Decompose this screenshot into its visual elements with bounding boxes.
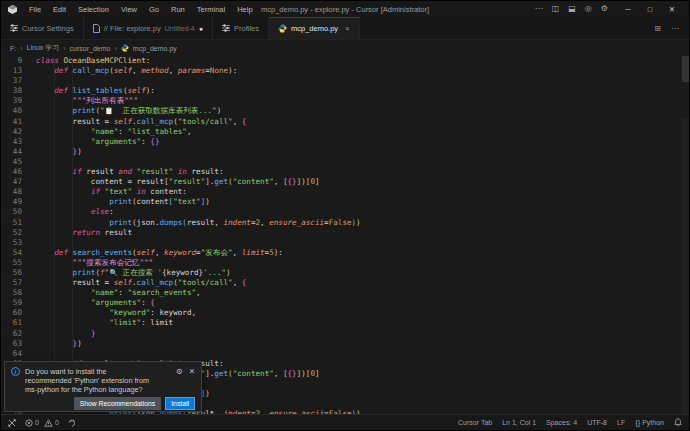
- breadcrumb-drive[interactable]: F:: [10, 45, 16, 52]
- editor-more-actions-icon[interactable]: ⋯: [671, 24, 679, 33]
- code-line: 38 def list_tables(self):: [1, 86, 689, 96]
- line-number: 39: [1, 96, 31, 106]
- tab-cursor-settings[interactable]: Cursor Settings: [1, 17, 84, 39]
- line-number: 9: [1, 56, 31, 66]
- line-number: 56: [1, 268, 31, 278]
- tab-close-icon[interactable]: ×: [345, 24, 349, 33]
- line-number: 52: [1, 228, 31, 238]
- code-line: 48 if "text" in content:: [1, 187, 689, 197]
- python-icon: [278, 24, 287, 33]
- overview-ruler: [682, 118, 689, 414]
- notification-close-icon[interactable]: ✕: [189, 367, 195, 376]
- code-line: 47 content = result["result"].get("conte…: [1, 177, 689, 187]
- line-number: 63: [1, 339, 31, 349]
- breadcrumb-folder[interactable]: cursor_demo: [70, 45, 111, 52]
- cursor-window: FileEditSelectionViewGoRunTerminalHelp m…: [0, 0, 690, 431]
- title-bar: FileEditSelectionViewGoRunTerminalHelp m…: [1, 1, 689, 17]
- menu-selection[interactable]: Selection: [73, 3, 114, 16]
- menu-bar: FileEditSelectionViewGoRunTerminalHelp: [24, 3, 258, 16]
- python-icon: [121, 44, 129, 52]
- code-line: 39 """列出所有表""": [1, 96, 689, 106]
- editor-scrollbar[interactable]: [682, 56, 689, 82]
- menu-terminal[interactable]: Terminal: [192, 3, 230, 16]
- line-number: 42: [1, 127, 31, 137]
- breadcrumb-file[interactable]: mcp_demo.py: [133, 45, 177, 52]
- code-line: 62 }: [1, 329, 689, 339]
- editor-pane[interactable]: 9class OceanBaseMCPClient:13 def call_mc…: [1, 56, 689, 414]
- line-number: 47: [1, 177, 31, 187]
- code-line: 60 "keyword": keyword,: [1, 308, 689, 318]
- minimize-button[interactable]: ─: [617, 5, 639, 14]
- line-number: 54: [1, 248, 31, 258]
- line-number: 55: [1, 258, 31, 268]
- customize-layout-icon[interactable]: ◎: [585, 5, 592, 13]
- breadcrumb: F: › Linux 学习 › cursor_demo › mcp_demo.p…: [1, 40, 689, 56]
- bell-icon[interactable]: [674, 418, 682, 427]
- line-number: 46: [1, 167, 31, 177]
- tab-untitled-explore[interactable]: // File: explore.py Untitled-4 ●: [84, 17, 213, 39]
- maximize-button[interactable]: □: [639, 5, 661, 14]
- menu-help[interactable]: Help: [232, 3, 257, 16]
- cursor-logo-icon: [7, 4, 17, 14]
- code-line: 44 }): [1, 147, 689, 157]
- code-line: 52 return result: [1, 228, 689, 238]
- chevron-right-icon: ›: [20, 45, 22, 52]
- line-number: 49: [1, 197, 31, 207]
- code-line: 42 "name": "list_tables",: [1, 127, 689, 137]
- notification-message: Do you want to install the recommended '…: [25, 367, 153, 394]
- menu-run[interactable]: Run: [166, 3, 190, 16]
- install-button[interactable]: Install: [165, 397, 195, 410]
- line-number: 60: [1, 308, 31, 318]
- settings-gear-icon[interactable]: ⚙: [601, 5, 608, 13]
- line-number: 57: [1, 278, 31, 288]
- notification-settings-gear-icon[interactable]: ⚙: [176, 367, 183, 376]
- layout-panel-icon[interactable]: ⬓: [568, 5, 576, 13]
- line-number: 53: [1, 238, 31, 248]
- language-label: Python: [642, 419, 664, 426]
- code-line: 46 if result and "result" in result:: [1, 167, 689, 177]
- code-line: 54 def search_events(self, keyword="发布会"…: [1, 248, 689, 258]
- close-button[interactable]: ✕: [661, 5, 683, 14]
- cursor-tab-indicator[interactable]: Cursor Tab: [458, 419, 492, 426]
- code-line: 45: [1, 157, 689, 167]
- line-number: 64: [1, 349, 31, 359]
- remote-indicator[interactable]: [8, 419, 16, 427]
- menu-edit[interactable]: Edit: [48, 3, 71, 16]
- code-line: 59 "arguments": {: [1, 298, 689, 308]
- encoding-setting[interactable]: UTF-8: [587, 419, 607, 426]
- problems-indicator[interactable]: 0 0: [25, 419, 59, 427]
- code-line: 9class OceanBaseMCPClient:: [1, 56, 689, 66]
- code-line: 50 else:: [1, 207, 689, 217]
- line-number: 40: [1, 106, 31, 116]
- line-number: 38: [1, 86, 31, 96]
- menu-go[interactable]: Go: [144, 3, 164, 16]
- menu-file[interactable]: File: [24, 3, 46, 16]
- split-editor-icon[interactable]: ⊞: [654, 24, 661, 33]
- file-icon: [93, 24, 100, 33]
- line-number: 62: [1, 329, 31, 339]
- tab-mcp-demo[interactable]: mcp_demo.py ×: [269, 17, 360, 39]
- cursor-position[interactable]: Ln 1, Col 1: [502, 419, 536, 426]
- dirty-dot-icon[interactable]: ●: [199, 25, 203, 32]
- menu-view[interactable]: View: [116, 3, 142, 16]
- indentation-setting[interactable]: Spaces: 4: [546, 419, 577, 426]
- code-line: 57 result = self.call_mcp("tools/call", …: [1, 278, 689, 288]
- line-number: 51: [1, 218, 31, 228]
- layout-sidebar-icon[interactable]: ◫: [552, 5, 560, 13]
- language-mode[interactable]: {} Python: [635, 419, 664, 427]
- code-line: 37: [1, 76, 689, 86]
- more-icon[interactable]: ⋯: [535, 5, 543, 13]
- breadcrumb-folder[interactable]: Linux 学习: [27, 43, 60, 53]
- ports-icon[interactable]: [68, 419, 76, 427]
- line-number: 13: [1, 66, 31, 76]
- tab-profiles[interactable]: Profiles: [213, 17, 269, 39]
- code-line: 61 "limit": limit: [1, 318, 689, 328]
- code-line: 13 def call_mcp(self, method, params=Non…: [1, 66, 689, 76]
- eol-setting[interactable]: LF: [617, 419, 625, 426]
- line-number: 45: [1, 157, 31, 167]
- code-line: 56 print(f"🔍 正在搜索 '{keyword}'..."): [1, 268, 689, 278]
- code-line: 40 print("📋 正在获取数据库表列表..."): [1, 106, 689, 116]
- code-line: 49 print(content["text"]): [1, 197, 689, 207]
- tab-detail: Untitled-4: [165, 25, 195, 32]
- show-recommendations-button[interactable]: Show Recommendations: [74, 397, 162, 410]
